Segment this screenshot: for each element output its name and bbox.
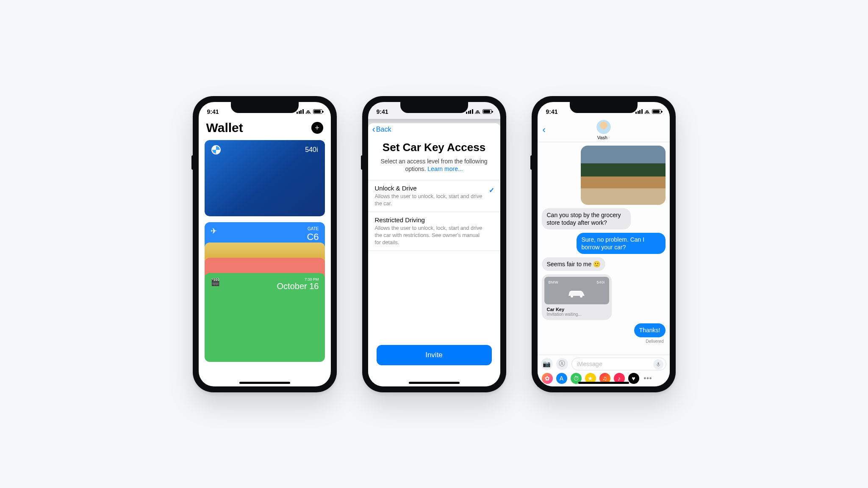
signal-icon	[297, 109, 304, 114]
chevron-right-icon: ›	[608, 135, 610, 140]
carkey-status: Invitation waiting...	[547, 312, 607, 317]
home-indicator[interactable]	[409, 382, 460, 384]
carkey-title: Car Key	[547, 307, 607, 312]
message-thread[interactable]: Can you stop by the grocery store today …	[538, 142, 670, 355]
imessage-app[interactable]: A	[556, 373, 567, 384]
option-title: Restricted Driving	[375, 216, 494, 223]
camera-button[interactable]: 📷	[541, 358, 553, 370]
phone-wallet: 9:41 Wallet + 540i ✈	[193, 96, 337, 392]
signal-icon	[635, 109, 643, 114]
svg-rect-2	[657, 362, 659, 365]
photo-message[interactable]	[581, 146, 666, 205]
chevron-left-icon: ‹	[372, 125, 375, 134]
outgoing-message[interactable]: Thanks!	[634, 323, 666, 337]
event-time: 7:30 PM	[277, 277, 319, 281]
notch	[231, 102, 299, 113]
outgoing-message[interactable]: Sure, no problem. Can I borrow your car?	[577, 233, 666, 254]
car-icon	[567, 286, 586, 302]
bmw-logo-icon	[211, 145, 221, 154]
status-time: 9:41	[207, 108, 219, 115]
car-label: 540i	[305, 146, 318, 154]
phone-messages: 9:41 ‹ Vash › Can you stop by the grocer…	[532, 96, 676, 392]
back-button[interactable]: ‹ Back	[368, 123, 500, 138]
status-time: 9:41	[546, 108, 558, 115]
add-card-button[interactable]: +	[311, 122, 323, 134]
plane-icon: ✈	[211, 226, 217, 236]
carkey-attachment[interactable]: BMW 540i Car Key Invitation waiting..	[542, 274, 612, 320]
event-date: October 16	[277, 281, 319, 291]
checkmark-icon: ✓	[489, 186, 494, 194]
panel-title: Set Car Key Access	[368, 138, 500, 157]
thread-header: ‹ Vash ›	[538, 119, 670, 142]
signal-icon	[466, 109, 473, 114]
more-apps-button[interactable]: •••	[643, 373, 654, 384]
delivered-label: Delivered	[646, 339, 665, 344]
back-button[interactable]: ‹	[543, 124, 546, 135]
notch	[400, 102, 468, 113]
option-desc: Allows the user to unlock, lock, start a…	[375, 225, 494, 246]
incoming-message[interactable]: Seems fair to me 🙂	[542, 257, 606, 271]
back-label: Back	[376, 126, 391, 133]
avatar	[596, 120, 611, 134]
learn-more-link[interactable]: Learn more...	[427, 165, 463, 172]
placeholder: iMessage	[577, 361, 602, 367]
appstore-button[interactable]: Ⓐ	[556, 358, 568, 370]
page-title: Wallet	[206, 121, 243, 135]
option-unlock-drive[interactable]: Unlock & Drive Allows the user to unlock…	[368, 180, 500, 212]
option-restricted[interactable]: Restricted Driving Allows the user to un…	[368, 212, 500, 251]
carkey-brand: BMW	[549, 280, 559, 284]
dictate-button[interactable]	[653, 359, 663, 369]
wifi-icon	[644, 110, 650, 114]
phone-carkey-access: 9:41 ‹ Back Set Car Key Access Select an…	[362, 96, 506, 392]
battery-icon	[652, 109, 661, 114]
imessage-app[interactable]: ✿	[542, 373, 553, 384]
wifi-icon	[305, 110, 311, 114]
invite-button[interactable]: Invite	[377, 345, 492, 365]
battery-icon	[483, 109, 492, 114]
status-time: 9:41	[377, 108, 388, 115]
notch	[570, 102, 638, 113]
svg-point-1	[580, 295, 582, 298]
wifi-icon	[475, 110, 481, 114]
home-indicator[interactable]	[578, 382, 629, 384]
carkey-model: 540i	[596, 280, 605, 284]
contact-info[interactable]: Vash ›	[596, 120, 611, 140]
panel-subtitle: Select an access level from the followin…	[368, 157, 500, 180]
gate-value: C6	[307, 232, 319, 243]
battery-icon	[313, 109, 322, 114]
message-input[interactable]: iMessage	[571, 358, 666, 370]
car-key-card[interactable]: 540i	[205, 140, 325, 216]
gate-label: GATE	[307, 226, 319, 232]
incoming-message[interactable]: Can you stop by the grocery store today …	[542, 208, 631, 229]
imessage-app[interactable]: ♥	[628, 373, 639, 384]
svg-point-0	[571, 295, 573, 298]
video-icon: 🎬	[211, 277, 220, 287]
event-ticket[interactable]: 🎬 7:30 PM October 16	[205, 273, 325, 362]
option-title: Unlock & Drive	[375, 185, 494, 192]
home-indicator[interactable]	[239, 382, 290, 384]
contact-name: Vash	[597, 135, 607, 140]
option-desc: Allows the user to unlock, lock, start a…	[375, 193, 494, 207]
